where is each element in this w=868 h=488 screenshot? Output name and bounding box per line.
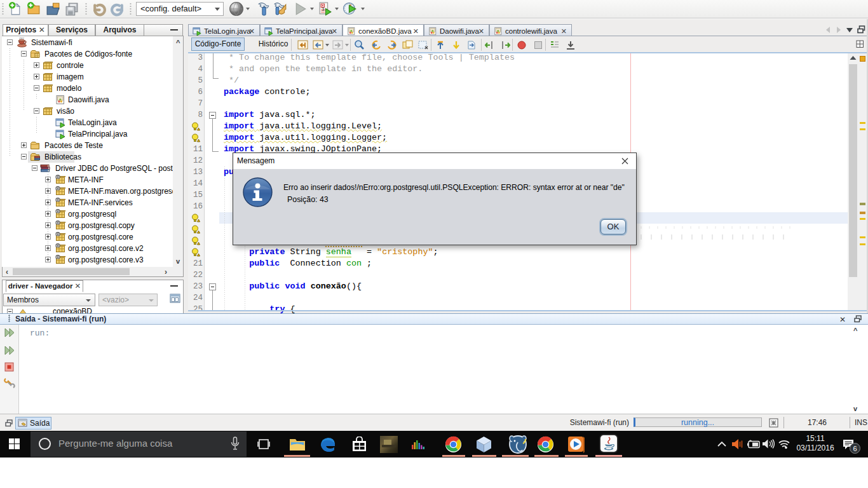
svg-text:3: 3 [322, 6, 324, 12]
